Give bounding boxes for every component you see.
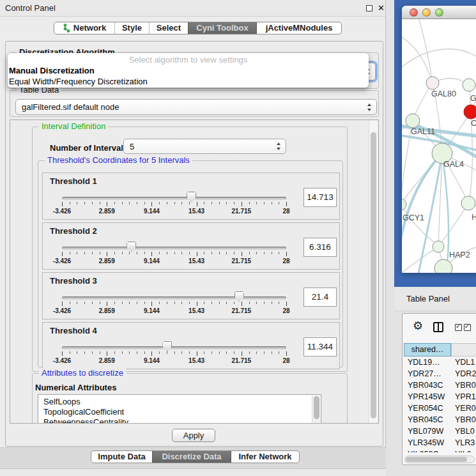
threshold-4-slider-track[interactable] [62,346,286,349]
tab-label: jActiveMNodules [266,22,333,34]
table-cell[interactable]: YBR0 [451,414,476,426]
table-row[interactable]: YPR145WYPR1 [404,391,476,403]
table-cell[interactable]: YER0 [451,403,476,414]
apply-button[interactable]: Apply [172,429,215,442]
threshold-1-slider-thumb[interactable] [187,192,196,202]
table-cell[interactable]: YBR043C [404,380,451,391]
table-cell[interactable]: YBL0 [451,426,476,437]
tab-discretize-data[interactable]: Discretize Data [152,451,231,463]
threshold-1-slider-track[interactable] [62,197,286,200]
table-cell[interactable]: YDR2 [451,368,476,380]
tab-cyni-toolbox[interactable]: Cyni Toolbox [188,22,256,34]
network-node[interactable] [464,105,476,119]
slider-tick-labels: -3.4262.8599.14415.4321.71528 [62,307,286,314]
network-edge[interactable] [468,119,472,203]
settings-vertical-scrollbar[interactable] [369,121,378,424]
tab-jactivemnodules[interactable]: jActiveMNodules [256,22,341,34]
tab-select[interactable]: Select [149,22,188,34]
checkbox-select-all-icon[interactable] [455,324,462,331]
threshold-3-slider-track[interactable] [62,296,286,300]
gear-icon[interactable]: ⚙ [413,319,423,333]
table-data-combobox[interactable]: galFiltered.sif default node [15,99,377,115]
network-node[interactable] [434,259,452,273]
table-cell[interactable]: YBR0 [451,380,476,391]
attribute-item-selfloops[interactable]: SelfLoops [38,395,321,407]
table-data-group: Table Data galFiltered.sif default node [10,90,379,117]
tab-impute-data[interactable]: Impute Data [91,451,152,463]
close-icon[interactable]: ✕ [378,3,385,14]
threshold-4-slider-thumb[interactable] [162,341,172,351]
table-cell[interactable]: YIL0 [451,449,476,452]
table-cell[interactable]: YLR345W [404,437,451,449]
network-node-label: H [472,213,476,222]
minimize-traffic-light-icon[interactable] [422,8,431,17]
table-horizontal-scrollbar[interactable] [404,456,475,463]
table-cell[interactable]: YDL19… [404,357,451,368]
table-row[interactable]: YBR045CYBR0 [404,414,476,426]
tab-label: Infer Network [238,451,291,463]
network-node[interactable] [461,196,475,210]
number-of-intervals-combobox[interactable]: 5 [123,139,286,154]
table-cell[interactable]: YDL1 [451,357,476,368]
network-edge[interactable] [402,49,476,67]
table-cell[interactable]: YER054C [404,403,451,414]
network-edge[interactable] [440,203,468,245]
table-cell[interactable]: YPR1 [451,391,476,403]
table-row[interactable]: YDR27…YDR2 [404,368,476,380]
attribute-item-topologicalcoefficient[interactable]: TopologicalCoefficient [38,407,321,417]
threshold-3-slider-thumb[interactable] [234,291,244,302]
network-node[interactable] [406,114,420,128]
table-cell[interactable]: YBR045C [404,414,451,426]
network-node-label: GCY1 [403,213,424,222]
columns-icon[interactable] [433,322,443,332]
table-row[interactable]: YER054CYER0 [404,403,476,414]
threshold-2-value-field[interactable]: 6.316 [303,238,337,257]
tab-label: Cyni Toolbox [196,22,248,34]
network-node-label: GAL11 [411,127,435,136]
network-canvas[interactable]: GAL80GAGAL11CGAL4GCY1HHAP2 [402,19,476,273]
attribute-item-betweennesscentrality[interactable]: BetweennessCentrality [38,417,321,424]
table-cell[interactable]: YBL079W [404,426,451,437]
tab-infer-network[interactable]: Infer Network [231,451,299,463]
table-row[interactable]: YBL079WYBL0 [404,426,476,437]
table-cell[interactable]: YDR27… [404,368,451,380]
network-node[interactable] [426,77,439,89]
checkbox-select-none-icon[interactable] [464,324,471,331]
table-row[interactable]: YBR043CYBR0 [404,380,476,391]
network-edge[interactable] [419,19,433,83]
network-edge-highlighted[interactable] [442,153,449,270]
attribute-list-scrollbar[interactable] [312,395,320,424]
column-header-name[interactable]: name [451,343,476,357]
table-row[interactable]: YIL053CYIL0 [404,449,476,452]
network-node[interactable] [463,79,475,91]
table-cell[interactable]: YPR145W [404,391,451,403]
table-row[interactable]: YDL19…YDL1 [404,357,476,368]
close-traffic-light-icon[interactable] [410,8,418,17]
zoom-traffic-light-icon[interactable] [435,8,443,17]
column-header-shared[interactable]: shared… [404,343,451,357]
float-window-icon[interactable] [366,5,372,12]
algorithm-option-manual-discretization[interactable]: Manual Discretization [8,65,369,76]
network-edge[interactable] [402,37,433,83]
threshold-3-value-field[interactable]: 21.4 [303,288,337,307]
network-window-titlebar [402,6,476,19]
table-data-value: galFiltered.sif default node [22,100,119,114]
algorithm-option-equal-width-frequency-discretization[interactable]: Equal Width/Frequency Discretization [8,76,369,87]
table-row[interactable]: YLR345WYLR3 [404,437,476,449]
attributes-group: Attributes to discretize Numerical Attri… [32,373,348,424]
threshold-2-slider-track[interactable] [62,247,286,250]
network-node[interactable] [433,241,444,252]
scrollbar-thumb[interactable] [371,132,376,418]
scrollbar-thumb[interactable] [406,457,467,462]
threshold-4-value-field[interactable]: 11.344 [303,337,337,357]
algorithm-placeholder-option[interactable]: Select algorithm to view settings [8,55,369,65]
table-cell[interactable]: YIL053C [404,449,451,452]
tab-network[interactable]: Network [54,22,114,34]
table-cell[interactable]: YLR3 [451,437,476,449]
scrollbar-thumb[interactable] [314,396,319,419]
tab-style[interactable]: Style [114,22,149,34]
network-node[interactable] [402,199,406,210]
numerical-attributes-list[interactable]: SelfLoopsTopologicalCoefficientBetweenne… [38,394,321,424]
threshold-1-value-field[interactable]: 14.713 [303,188,337,207]
threshold-2-slider-thumb[interactable] [127,242,136,252]
